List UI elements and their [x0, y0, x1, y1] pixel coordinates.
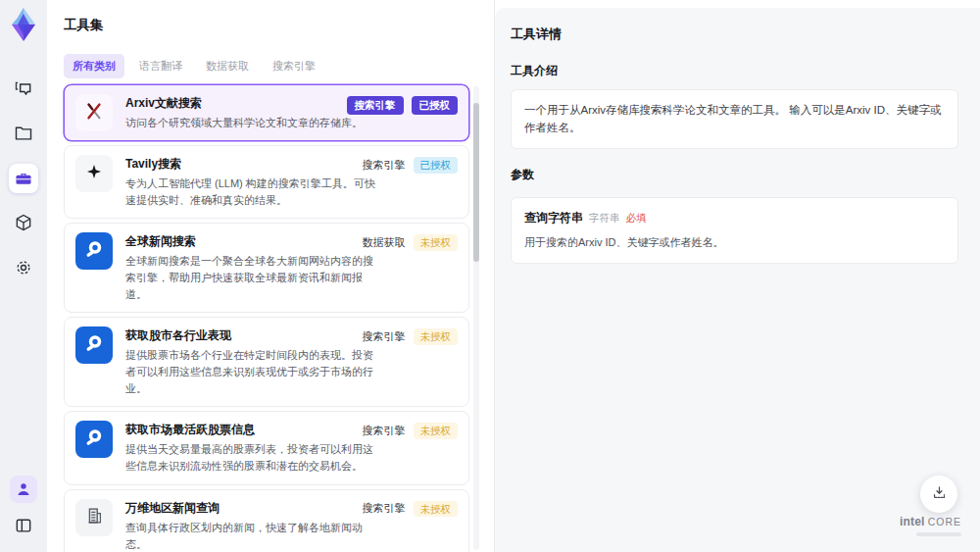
intel-wordmark: intel: [900, 515, 925, 528]
tool-description: 提供股票市场各个行业在特定时间段内的表现。投资者可以利用这些信息来识别表现优于或…: [125, 347, 378, 397]
tool-card[interactable]: 万维地区新闻查询 查询具体行政区划内的新闻，快速了解各地新闻动态。 搜索引擎 未…: [64, 489, 469, 552]
tool-icon: [75, 326, 113, 364]
sidebar-item-files[interactable]: [9, 119, 38, 148]
tool-icon: [75, 499, 113, 536]
params-heading: 参数: [511, 167, 980, 183]
tool-tags: 搜索引擎 已授权: [347, 96, 459, 115]
tool-icon: [75, 421, 113, 458]
tool-category: 搜索引擎: [363, 424, 406, 438]
category-tab[interactable]: 所有类别: [64, 54, 124, 78]
tool-tags: 搜索引擎 未授权: [363, 501, 459, 518]
tool-description: 全球新闻搜索是一个聚合全球各大新闻网站内容的搜索引擎，帮助用户快速获取全球最新资…: [125, 253, 378, 303]
category-tab[interactable]: 数据获取: [197, 54, 258, 78]
tool-details-panel: 工具详情 工具介绍 一个用于从Arxiv存储库搜索科学论文和文章的工具。 输入可…: [495, 8, 980, 552]
tool-tags: 搜索引擎 已授权: [363, 157, 459, 174]
tool-category: 搜索引擎: [363, 158, 406, 173]
download-button[interactable]: [920, 476, 957, 513]
tool-icon: [75, 94, 113, 131]
tool-card[interactable]: Arxiv文献搜索 访问各个研究领域大量科学论文和文章的存储库。 搜索引擎 已授…: [64, 84, 469, 141]
tool-list: Arxiv文献搜索 访问各个研究领域大量科学论文和文章的存储库。 搜索引擎 已授…: [64, 84, 469, 552]
details-title: 工具详情: [511, 25, 980, 43]
app-logo-icon: [7, 6, 40, 43]
param-header: 查询字符串 字符串 必填: [524, 209, 945, 227]
news-search-icon: [82, 237, 106, 265]
sidebar-item-settings[interactable]: [9, 253, 38, 282]
tool-icon: [75, 232, 113, 270]
sidebar-item-tools[interactable]: [9, 164, 38, 193]
arxiv-x-icon: [83, 100, 105, 125]
tool-card[interactable]: 获取市场最活跃股票信息 提供当天交易量最高的股票列表，投资者可以利用这些信息来识…: [64, 411, 469, 484]
tool-description: 专为人工智能代理 (LLM) 构建的搜索引擎工具。可快速提供实时、准确和真实的结…: [125, 176, 378, 209]
tool-status-badge: 未授权: [414, 328, 459, 345]
param-required-badge: 必填: [626, 210, 647, 226]
scrollbar-track[interactable]: [473, 86, 479, 550]
news-search-icon: [82, 331, 106, 359]
category-tabs: 所有类别语言翻译数据获取搜索引擎: [64, 54, 324, 78]
tool-card[interactable]: Tavily搜索 专为人工智能代理 (LLM) 构建的搜索引擎工具。可快速提供实…: [64, 145, 469, 219]
tool-category: 搜索引擎: [363, 501, 406, 516]
app-root: 工具集 所有类别语言翻译数据获取搜索引擎: [0, 0, 980, 552]
building-icon: [83, 505, 105, 530]
tool-tags: 搜索引擎 未授权: [363, 423, 459, 439]
sparkle-icon: [84, 162, 104, 185]
tool-intro-text: 一个用于从Arxiv存储库搜索科学论文和文章的工具。 输入可以是Arxiv ID…: [511, 89, 958, 149]
tool-status-badge: 已授权: [412, 96, 459, 115]
sidebar-item-profile[interactable]: [10, 476, 37, 503]
category-tab[interactable]: 搜索引擎: [264, 54, 324, 78]
tool-category: 搜索引擎: [347, 96, 404, 115]
tool-description: 访问各个研究领域大量科学论文和文章的存储库。: [125, 115, 378, 131]
news-search-icon: [82, 426, 106, 453]
sidebar-item-chat[interactable]: [9, 75, 38, 104]
tool-card[interactable]: 获取股市各行业表现 提供股票市场各个行业在特定时间段内的表现。投资者可以利用这些…: [64, 317, 469, 407]
sidebar-item-panel-toggle[interactable]: [9, 511, 38, 540]
tool-category: 搜索引擎: [363, 329, 406, 344]
tool-icon: [75, 155, 113, 192]
tool-tags: 搜索引擎 未授权: [363, 328, 459, 345]
param-card: 查询字符串 字符串 必填 用于搜索的Arxiv ID、关键字或作者姓名。: [511, 197, 958, 264]
tool-card[interactable]: 全球新闻搜索 全球新闻搜索是一个聚合全球各大新闻网站内容的搜索引擎，帮助用户快速…: [64, 223, 469, 313]
tool-status-badge: 未授权: [414, 501, 459, 518]
intro-heading: 工具介绍: [511, 63, 980, 79]
tool-tags: 数据获取 未授权: [363, 234, 459, 251]
tool-description: 查询具体行政区划内的新闻，快速了解各地新闻动态。: [125, 520, 378, 552]
tool-category: 数据获取: [363, 235, 406, 250]
param-name: 查询字符串: [524, 209, 583, 227]
download-icon: [931, 484, 948, 504]
intel-sub-mark: [916, 532, 961, 536]
tool-status-badge: 已授权: [414, 157, 459, 174]
sidebar-item-packages[interactable]: [9, 208, 38, 237]
scrollbar-thumb[interactable]: [473, 103, 479, 262]
param-description: 用于搜索的Arxiv ID、关键字或作者姓名。: [524, 234, 945, 252]
tool-description: 提供当天交易量最高的股票列表，投资者可以利用这些信息来识别流动性强的股票和潜在的…: [125, 441, 378, 475]
tool-status-badge: 未授权: [414, 234, 459, 251]
core-wordmark: CORE: [928, 516, 961, 527]
sidebar: [0, 0, 47, 552]
intel-core-logo: intelCORE: [900, 512, 961, 536]
param-type: 字符串: [589, 210, 620, 226]
category-tab[interactable]: 语言翻译: [130, 54, 191, 78]
tool-status-badge: 未授权: [414, 423, 459, 439]
tools-panel: 工具集 所有类别语言翻译数据获取搜索引擎: [47, 0, 494, 552]
page-title: 工具集: [64, 17, 104, 34]
